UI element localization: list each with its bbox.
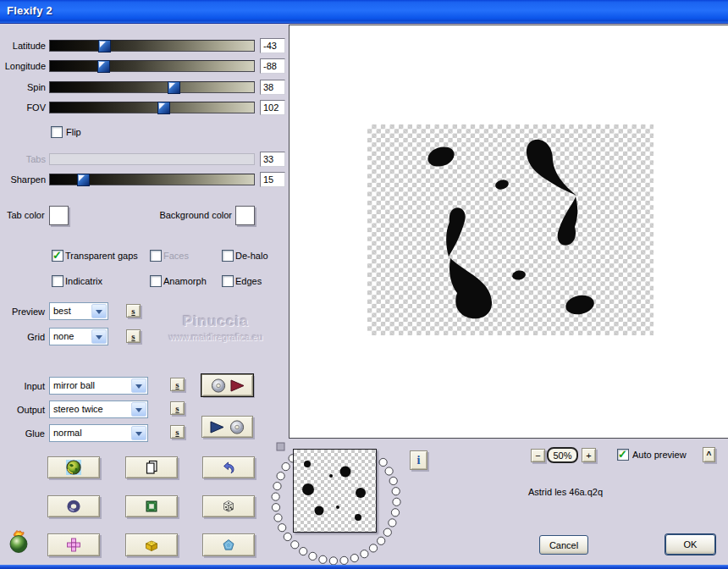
frame-button[interactable]: [125, 495, 178, 517]
input-dropdown-value: mirror ball: [53, 380, 95, 390]
glue-settings-button[interactable]: s: [170, 425, 185, 439]
title-bar[interactable]: Flexify 2: [0, 0, 728, 24]
transparency-checker: [367, 124, 654, 335]
preview-settings-button[interactable]: s: [126, 304, 141, 318]
watermark: Pinuccia www.maidiregrafica.eu: [152, 313, 279, 342]
slider-thumb[interactable]: [98, 40, 111, 52]
torus-icon: [65, 498, 82, 515]
fov-value-field[interactable]: [260, 100, 285, 115]
auto-preview-label: Auto preview: [632, 450, 687, 460]
thumbnail-dots: [294, 450, 376, 532]
chevron-down-icon[interactable]: [131, 426, 146, 440]
grid-settings-button[interactable]: s: [126, 329, 141, 343]
chevron-down-icon[interactable]: [91, 329, 107, 344]
undo-button[interactable]: [202, 456, 255, 478]
chevron-down-icon[interactable]: [131, 378, 146, 393]
zoom-in-button[interactable]: +: [582, 448, 596, 462]
gem-icon: [220, 537, 237, 554]
indicatrix-checkbox[interactable]: [52, 275, 63, 287]
grid-dropdown[interactable]: none: [49, 328, 108, 345]
chevron-down-icon[interactable]: [91, 304, 107, 318]
zoom-out-button[interactable]: −: [531, 449, 545, 462]
output-settings-button[interactable]: s: [170, 401, 185, 415]
fov-slider-row: FOV: [0, 102, 284, 114]
dice-button[interactable]: [202, 495, 255, 517]
anamorph-checkbox[interactable]: [150, 275, 162, 287]
ok-button[interactable]: OK: [665, 534, 715, 555]
glue-dropdown-value: normal: [53, 428, 82, 438]
preview-dropdown[interactable]: best: [49, 302, 108, 320]
faces-checkbox: [150, 250, 162, 262]
slider-thumb[interactable]: [77, 174, 90, 186]
latitude-slider-row: Latitude: [0, 40, 284, 52]
lego-button[interactable]: [125, 533, 178, 556]
lego-brick-icon: [143, 537, 160, 554]
longitude-value-field[interactable]: [260, 58, 285, 74]
latitude-label: Latitude: [0, 41, 46, 51]
watermark-name: Pinuccia: [152, 313, 279, 330]
latitude-value-field[interactable]: [260, 38, 285, 53]
window-title: Flexify 2: [7, 4, 52, 17]
transparent-gaps-checkbox[interactable]: [52, 250, 63, 262]
zoom-level[interactable]: 50%: [547, 447, 578, 463]
info-button[interactable]: i: [410, 450, 427, 470]
preset-filename: Astrid les 46a.q2q: [502, 487, 629, 497]
globe-icon: [65, 459, 82, 476]
tabs-label: Tabs: [0, 154, 46, 164]
de-halo-checkbox[interactable]: [222, 250, 234, 262]
longitude-slider[interactable]: [49, 60, 255, 72]
input-dropdown[interactable]: mirror ball: [49, 377, 148, 395]
gem-button[interactable]: [202, 533, 255, 556]
globe-button[interactable]: [47, 456, 100, 478]
cancel-button[interactable]: Cancel: [539, 535, 588, 555]
spin-slider[interactable]: [49, 81, 255, 93]
cube-net-button[interactable]: [47, 533, 100, 556]
transparent-gaps-label: Transparent gaps: [65, 251, 138, 261]
play-disc-button[interactable]: [201, 416, 253, 438]
source-thumbnail[interactable]: [293, 449, 377, 533]
slider-thumb[interactable]: [157, 102, 170, 114]
de-halo-label: De-halo: [235, 251, 268, 261]
input-settings-button[interactable]: s: [170, 378, 185, 391]
sharpen-label: Sharpen: [0, 174, 46, 185]
grid-dropdown-value: none: [53, 331, 74, 341]
flexify-dialog: Flexify 2 Latitude Longitude Spin FOV Fl…: [0, 0, 728, 569]
slider-thumb[interactable]: [168, 81, 180, 94]
disc-play-button[interactable]: [201, 374, 253, 396]
copy-button[interactable]: [125, 456, 178, 478]
cd-play-icon: [209, 378, 246, 393]
slider-thumb[interactable]: [97, 60, 110, 73]
indicatrix-label: Indicatrix: [65, 276, 102, 286]
sharpen-slider[interactable]: [49, 174, 255, 185]
collapse-button[interactable]: ^: [703, 447, 715, 462]
watermark-url: www.maidiregrafica.eu: [152, 332, 279, 342]
latitude-slider[interactable]: [49, 40, 255, 52]
torus-button[interactable]: [47, 495, 100, 517]
edges-checkbox[interactable]: [222, 275, 234, 287]
chevron-down-icon[interactable]: [131, 402, 146, 417]
tab-color-swatch[interactable]: [49, 206, 69, 225]
flaming-pear-logo-icon: [7, 530, 30, 554]
grid-label: Grid: [0, 332, 45, 342]
tab-color-label: Tab color: [7, 210, 45, 220]
tabs-slider-row: Tabs: [0, 153, 284, 166]
square-frame-icon: [143, 498, 160, 515]
edges-label: Edges: [235, 276, 262, 286]
glue-label: Glue: [0, 428, 45, 439]
background-color-swatch[interactable]: [235, 206, 255, 225]
tabs-value-field[interactable]: [260, 152, 285, 167]
background-color-label: Background color: [127, 210, 232, 220]
copy-pages-icon: [143, 459, 160, 476]
dice-icon: [220, 498, 237, 515]
fov-slider[interactable]: [49, 102, 255, 113]
preview-pane[interactable]: [289, 25, 728, 439]
window-bottom-border: [0, 565, 728, 569]
flip-checkbox[interactable]: [51, 126, 63, 138]
glue-dropdown[interactable]: normal: [49, 424, 148, 442]
fov-label: FOV: [0, 102, 46, 113]
sharpen-value-field[interactable]: [260, 172, 285, 187]
output-dropdown[interactable]: stereo twice: [49, 401, 148, 418]
dial-handle[interactable]: [277, 443, 284, 450]
spin-value-field[interactable]: [260, 80, 285, 95]
auto-preview-checkbox[interactable]: [617, 449, 629, 461]
